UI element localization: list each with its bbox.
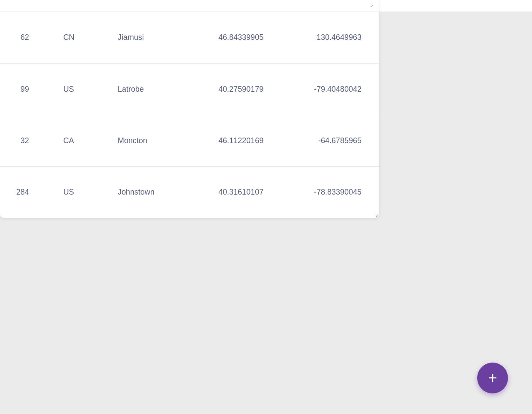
cell-country: US: [46, 63, 101, 115]
table-container: ↙ 62 CN Jiamusi 46.84339905 130.4649963 …: [0, 0, 379, 218]
cell-city: Jiamusi: [101, 12, 186, 63]
cell-city: Latrobe: [101, 63, 186, 115]
cell-city: Moncton: [101, 115, 186, 166]
resize-handle-bottom[interactable]: ↙: [374, 213, 379, 218]
cell-id: 32: [0, 115, 46, 166]
cell-lng: 130.4649963: [281, 12, 379, 63]
cell-id: 99: [0, 63, 46, 115]
add-button[interactable]: +: [477, 363, 508, 393]
table-row: 284 US Johnstown 40.31610107 -78.8339004…: [0, 166, 379, 218]
cell-lng: -64.6785965: [281, 115, 379, 166]
cell-lat: 40.27590179: [186, 63, 281, 115]
cell-lng: -79.40480042: [281, 63, 379, 115]
cell-id: 62: [0, 12, 46, 63]
table-row: 99 US Latrobe 40.27590179 -79.40480042: [0, 63, 379, 115]
cell-country: CA: [46, 115, 101, 166]
cell-lat: 40.31610107: [186, 166, 281, 218]
table-row: 62 CN Jiamusi 46.84339905 130.4649963: [0, 12, 379, 63]
cell-lat: 46.11220169: [186, 115, 281, 166]
resize-handle-top[interactable]: ↙: [370, 3, 375, 9]
table-row: 32 CA Moncton 46.11220169 -64.6785965: [0, 115, 379, 166]
data-table: 62 CN Jiamusi 46.84339905 130.4649963 99…: [0, 12, 379, 218]
cell-lng: -78.83390045: [281, 166, 379, 218]
cell-country: CN: [46, 12, 101, 63]
cell-country: US: [46, 166, 101, 218]
cell-city: Johnstown: [101, 166, 186, 218]
cell-lat: 46.84339905: [186, 12, 281, 63]
cell-id: 284: [0, 166, 46, 218]
add-icon: +: [488, 370, 497, 386]
table-header-bar: ↙: [0, 0, 379, 12]
